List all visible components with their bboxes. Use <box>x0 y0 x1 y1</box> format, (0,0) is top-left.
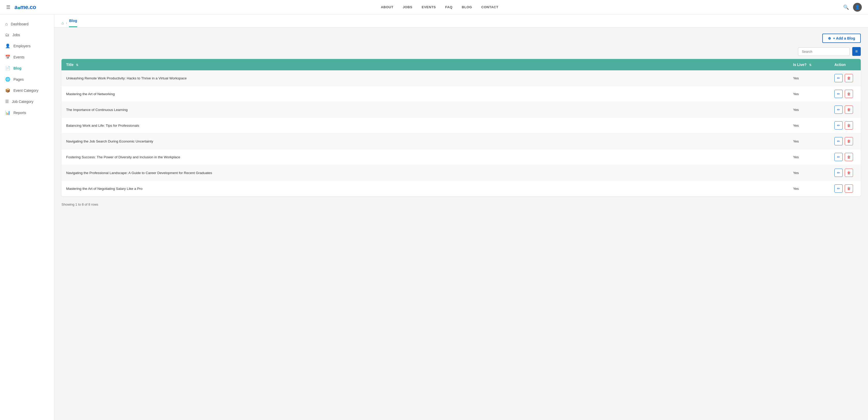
sidebar-item-pages[interactable]: 🌐 Pages <box>0 74 54 85</box>
sidebar-item-jobs[interactable]: 🗂 Jobs <box>0 29 54 40</box>
table-row: Navigating the Professional Landscape: A… <box>61 165 861 181</box>
table-row: Balancing Work and Life: Tips for Profes… <box>61 118 861 134</box>
add-blog-button[interactable]: ⊕ + Add a Blog <box>822 34 861 43</box>
cell-action: ✏ 🗑 <box>830 86 861 102</box>
delete-button[interactable]: 🗑 <box>845 169 853 177</box>
search-input[interactable] <box>798 47 850 56</box>
col-action-label: Action <box>834 63 846 67</box>
col-action: Action <box>830 59 861 71</box>
edit-button[interactable]: ✏ <box>834 106 843 114</box>
nav-links: ABOUT JOBS EVENTS FAQ BLOG CONTACT <box>36 5 843 9</box>
filter-icon: ≡ <box>855 49 858 54</box>
sidebar-item-reports[interactable]: 📊 Reports <box>0 107 54 118</box>
sidebar-item-label: Job Category <box>12 100 33 104</box>
sidebar-item-job-category[interactable]: ☰ Job Category <box>0 96 54 107</box>
logo[interactable]: a◆me.co <box>14 4 36 10</box>
job-category-icon: ☰ <box>5 99 9 104</box>
sidebar-item-dashboard[interactable]: ⌂ Dashboard <box>0 19 54 29</box>
nav-right: 🔍 👤 <box>843 3 862 11</box>
cell-is-live: Yes <box>788 71 830 86</box>
table-row: Mastering the Art of Networking Yes ✏ 🗑 <box>61 86 861 102</box>
sidebar-item-label: Jobs <box>12 33 20 37</box>
table-header-row: Title ⇅ Is Live? ⇅ Action <box>61 59 861 71</box>
table-row: The Importance of Continuous Learning Ye… <box>61 102 861 118</box>
main-content: ⌂ › Blog ⊕ + Add a Blog ≡ <box>54 15 868 420</box>
add-blog-label: + Add a Blog <box>833 36 855 40</box>
sidebar-item-label: Reports <box>13 111 26 115</box>
cell-is-live: Yes <box>788 149 830 165</box>
sort-is-live-icon: ⇅ <box>809 63 811 66</box>
cell-is-live: Yes <box>788 102 830 118</box>
sidebar-item-event-category[interactable]: 📦 Event Category <box>0 85 54 96</box>
nav-blog[interactable]: BLOG <box>462 5 472 9</box>
cell-action: ✏ 🗑 <box>830 134 861 149</box>
col-title[interactable]: Title ⇅ <box>61 59 788 71</box>
nav-contact[interactable]: CONTACT <box>481 5 498 9</box>
blog-icon: 📄 <box>5 66 10 71</box>
delete-button[interactable]: 🗑 <box>845 185 853 193</box>
dashboard-icon: ⌂ <box>5 22 8 26</box>
edit-button[interactable]: ✏ <box>834 90 843 98</box>
cell-title: Unleashing Remote Work Productivity: Hac… <box>61 71 788 86</box>
add-blog-plus-icon: ⊕ <box>828 36 831 40</box>
nav-jobs[interactable]: JOBS <box>403 5 412 9</box>
cell-title: Navigating the Job Search During Economi… <box>61 134 788 149</box>
delete-button[interactable]: 🗑 <box>845 121 853 130</box>
cell-action: ✏ 🗑 <box>830 102 861 118</box>
sidebar: ⌂ Dashboard 🗂 Jobs 👤 Employers 📅 Events … <box>0 15 54 420</box>
blog-table: Title ⇅ Is Live? ⇅ Action Unleashin <box>61 59 861 196</box>
avatar[interactable]: 👤 <box>853 3 862 11</box>
breadcrumb-separator: › <box>66 21 67 25</box>
cell-is-live: Yes <box>788 165 830 181</box>
cell-title: Mastering the Art of Networking <box>61 86 788 102</box>
delete-button[interactable]: 🗑 <box>845 106 853 114</box>
table-row: Fostering Success: The Power of Diversit… <box>61 149 861 165</box>
cell-action: ✏ 🗑 <box>830 165 861 181</box>
delete-button[interactable]: 🗑 <box>845 153 853 161</box>
cell-action: ✏ 🗑 <box>830 71 861 86</box>
col-is-live[interactable]: Is Live? ⇅ <box>788 59 830 71</box>
edit-button[interactable]: ✏ <box>834 169 843 177</box>
edit-button[interactable]: ✏ <box>834 121 843 130</box>
sidebar-item-label: Event Category <box>13 88 38 92</box>
sidebar-item-label: Employers <box>13 44 30 48</box>
sort-title-icon: ⇅ <box>76 63 78 66</box>
cell-action: ✏ 🗑 <box>830 181 861 197</box>
logo-text: a◆me.co <box>14 4 36 10</box>
search-icon[interactable]: 🔍 <box>843 4 849 10</box>
table-row: Navigating the Job Search During Economi… <box>61 134 861 149</box>
cell-is-live: Yes <box>788 134 830 149</box>
reports-icon: 📊 <box>5 110 10 115</box>
breadcrumb-current[interactable]: Blog <box>69 19 77 27</box>
nav-about[interactable]: ABOUT <box>381 5 394 9</box>
sidebar-item-blog[interactable]: 📄 Blog <box>0 63 54 74</box>
cell-title: Balancing Work and Life: Tips for Profes… <box>61 118 788 134</box>
delete-button[interactable]: 🗑 <box>845 137 853 145</box>
cell-title: The Importance of Continuous Learning <box>61 102 788 118</box>
events-icon: 📅 <box>5 55 10 59</box>
edit-button[interactable]: ✏ <box>834 74 843 82</box>
sidebar-item-events[interactable]: 📅 Events <box>0 52 54 63</box>
filter-button[interactable]: ≡ <box>852 47 861 56</box>
sidebar-item-employers[interactable]: 👤 Employers <box>0 40 54 52</box>
edit-button[interactable]: ✏ <box>834 185 843 193</box>
edit-button[interactable]: ✏ <box>834 137 843 145</box>
top-actions: ⊕ + Add a Blog <box>61 34 861 43</box>
nav-faq[interactable]: FAQ <box>445 5 452 9</box>
pages-icon: 🌐 <box>5 77 10 82</box>
breadcrumb-home-icon[interactable]: ⌂ <box>61 21 64 25</box>
table-body: Unleashing Remote Work Productivity: Hac… <box>61 71 861 196</box>
employers-icon: 👤 <box>5 44 10 48</box>
logo-diamond: ◆ <box>18 6 21 10</box>
edit-button[interactable]: ✏ <box>834 153 843 161</box>
delete-button[interactable]: 🗑 <box>845 90 853 98</box>
cell-action: ✏ 🗑 <box>830 118 861 134</box>
nav-events[interactable]: EVENTS <box>422 5 436 9</box>
jobs-icon: 🗂 <box>5 33 9 37</box>
sidebar-item-label: Blog <box>13 66 22 71</box>
hamburger-menu-icon[interactable]: ☰ <box>6 4 10 10</box>
delete-button[interactable]: 🗑 <box>845 74 853 82</box>
cell-is-live: Yes <box>788 118 830 134</box>
top-nav: ☰ a◆me.co ABOUT JOBS EVENTS FAQ BLOG CON… <box>0 0 868 15</box>
layout: ⌂ Dashboard 🗂 Jobs 👤 Employers 📅 Events … <box>0 15 868 420</box>
